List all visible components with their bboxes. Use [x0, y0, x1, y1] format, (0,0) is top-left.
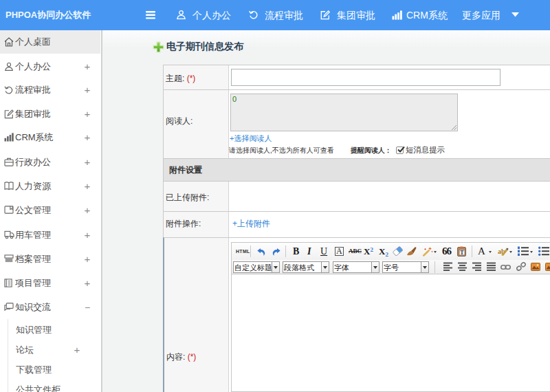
svg-text:T: T [460, 250, 464, 256]
